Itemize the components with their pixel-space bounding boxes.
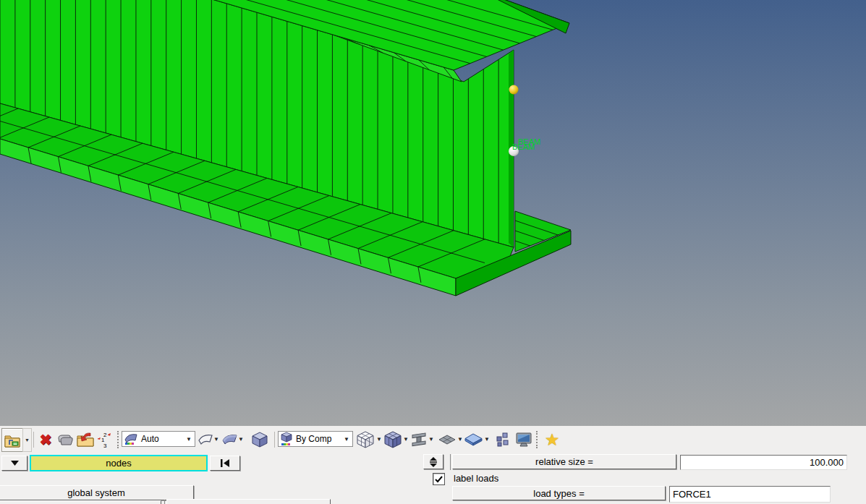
color-by-caret[interactable]: ▼	[342, 436, 351, 443]
label-loads-checkbox[interactable]	[433, 473, 445, 485]
shaded-elements-caret[interactable]: ▼	[402, 426, 409, 453]
panel-stub-left	[0, 500, 161, 504]
wireframe-surface-caret[interactable]: ▼	[213, 426, 220, 453]
cube-view-icon	[251, 431, 268, 448]
graphics-viewport[interactable]: BEAM BEAM	[0, 0, 866, 426]
favorites-star-icon: ★	[545, 430, 560, 450]
model-browser-icon	[4, 432, 21, 449]
system-button-label: global system	[67, 487, 124, 498]
wireframe-surface-icon	[198, 433, 213, 446]
wireframe-elements-icon	[356, 430, 375, 449]
model-browser-caret[interactable]: ▼	[22, 428, 32, 452]
system-button[interactable]: global system	[0, 485, 194, 500]
reset-button[interactable]	[210, 456, 240, 471]
shaded-surface-button[interactable]	[221, 426, 238, 453]
relative-size-label: relative size =	[535, 456, 593, 467]
shaded-shell-icon	[464, 432, 483, 448]
model-browser-button[interactable]	[1, 428, 23, 452]
organize-button[interactable]	[56, 426, 75, 453]
entity-switch-button[interactable]	[1, 456, 27, 471]
relative-size-button[interactable]: relative size =	[452, 454, 676, 469]
load-types-button[interactable]: load types =	[452, 486, 666, 500]
toolbar-separator-dotted	[536, 431, 538, 448]
shaded-shell-caret[interactable]: ▼	[483, 426, 491, 453]
shaded-surface-caret[interactable]: ▼	[237, 426, 245, 453]
reset-icon	[220, 459, 230, 467]
entity-selector[interactable]: nodes	[30, 455, 208, 471]
toolbar-separator-dotted	[117, 431, 119, 448]
favorites-button[interactable]: ★	[543, 426, 561, 453]
load-types-label: load types =	[533, 488, 584, 499]
label-loads-label: label loads	[454, 473, 498, 484]
relative-size-value: 100.000	[810, 457, 844, 468]
shell-2d-caret[interactable]: ▼	[457, 426, 464, 453]
shaded-surface-icon	[221, 433, 238, 446]
performance-graphics-icon	[124, 432, 138, 445]
up-down-arrows-icon	[430, 457, 437, 467]
visualization-options-button[interactable]	[495, 426, 510, 453]
shade-mode-value: Auto	[138, 434, 184, 444]
element-representation-button[interactable]	[410, 426, 428, 453]
panel-stub-divider	[164, 500, 165, 504]
import-button[interactable]	[75, 426, 95, 453]
wireframe-elements-button[interactable]	[355, 426, 375, 453]
wireframe-surface-button[interactable]	[198, 426, 213, 453]
toolbar-separator	[274, 432, 275, 448]
shell-2d-icon	[438, 432, 457, 447]
main-toolbar: ▼ ✖ 2 1 3 Auto ▼	[0, 426, 866, 455]
color-by-combo[interactable]: By Comp ▼	[278, 431, 353, 447]
shaded-elements-button[interactable]	[383, 426, 403, 453]
command-panel: nodes global system relative size = 100.…	[0, 454, 866, 504]
load-types-input[interactable]: FORCE1	[669, 486, 831, 503]
import-icon	[76, 431, 95, 448]
load-label-beam-1: BEAM	[512, 142, 535, 151]
display-monitor-button[interactable]	[514, 426, 532, 453]
color-by-value: By Comp	[293, 434, 342, 444]
visualization-options-icon	[496, 432, 510, 448]
end-node-yellow[interactable]	[509, 85, 519, 95]
element-representation-caret[interactable]: ▼	[428, 426, 435, 453]
shade-mode-combo[interactable]: Auto ▼	[122, 431, 195, 447]
panel-stub-mid	[166, 499, 331, 504]
entity-selector-value: nodes	[106, 458, 131, 469]
chevron-down-icon	[11, 461, 19, 466]
relative-size-input[interactable]: 100.000	[680, 455, 847, 470]
renumber-icon: 2 1 3	[96, 430, 113, 449]
renumber-button[interactable]: 2 1 3	[95, 426, 114, 453]
toolbar-separator	[33, 432, 34, 448]
cube-view-button[interactable]	[250, 426, 268, 453]
display-monitor-icon	[515, 431, 532, 448]
load-types-value: FORCE1	[673, 489, 711, 500]
size-toggle-button[interactable]	[423, 454, 443, 469]
panel-separator	[450, 454, 451, 470]
organize-icon	[56, 432, 74, 448]
check-icon	[435, 476, 443, 483]
shaded-shell-button[interactable]	[464, 426, 483, 453]
wireframe-elements-caret[interactable]: ▼	[375, 426, 383, 453]
delete-icon: ✖	[40, 431, 52, 448]
svg-text:3: 3	[103, 443, 107, 449]
shell-2d-button[interactable]	[438, 426, 457, 453]
element-representation-icon	[410, 431, 428, 448]
shaded-elements-icon	[383, 430, 402, 449]
delete-button[interactable]: ✖	[37, 426, 54, 453]
color-by-comp-icon	[280, 432, 293, 446]
shade-mode-caret[interactable]: ▼	[184, 436, 193, 443]
